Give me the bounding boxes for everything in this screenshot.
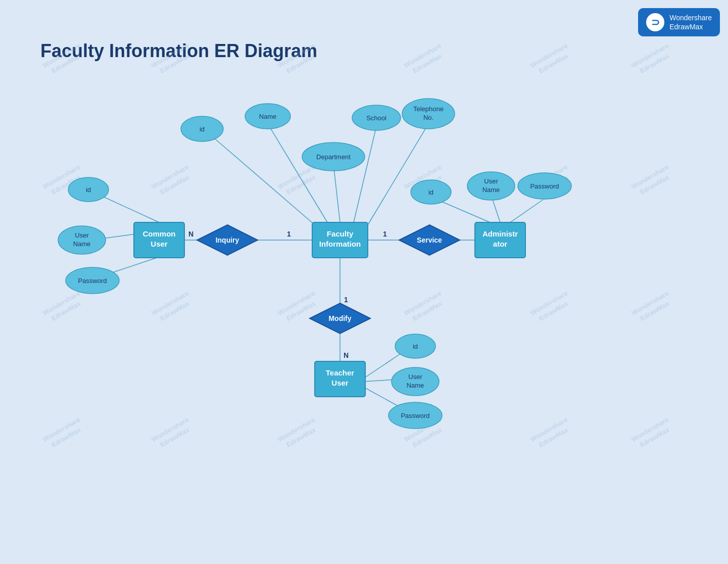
diagram-container: .entity-rect { fill: #3baed4; stroke: #2… xyxy=(0,76,728,556)
svg-line-13 xyxy=(437,200,490,222)
page-title: Faculty Information ER Diagram xyxy=(40,40,317,62)
entity-administrator-line1: Administr xyxy=(482,229,518,238)
attr-adm-username-line1: User xyxy=(484,177,498,185)
logo-area: ⊃ WondershareEdrawMax xyxy=(638,8,720,36)
watermark: WondershareEdrawMax xyxy=(528,41,574,78)
lbl-modify-n: N xyxy=(344,351,349,359)
attr-tu-id: id xyxy=(413,343,418,350)
attr-cu-id: id xyxy=(86,186,91,194)
svg-line-3 xyxy=(354,126,376,222)
attr-fi-tel-line2: No. xyxy=(423,114,433,121)
entity-administrator-line2: ator xyxy=(493,240,508,248)
rel-service: Service xyxy=(417,236,442,244)
attr-fi-school: School xyxy=(366,114,386,122)
entity-teacher-user-line1: Teacher xyxy=(326,368,355,377)
attr-fi-dept: Department xyxy=(316,153,351,161)
attr-fi-id: id xyxy=(200,125,205,133)
attr-tu-username-line2: Name xyxy=(407,382,424,389)
attr-adm-id: id xyxy=(428,189,433,196)
svg-line-2 xyxy=(333,164,340,222)
watermark: WondershareEdrawMax xyxy=(402,41,448,78)
svg-line-0 xyxy=(212,136,315,225)
attr-fi-name: Name xyxy=(259,113,277,120)
attr-tu-username-line1: User xyxy=(408,373,422,381)
svg-line-9 xyxy=(99,195,159,222)
attr-cu-username-line2: Name xyxy=(73,240,91,248)
logo-icon: ⊃ xyxy=(646,13,664,31)
entity-common-user-line1: Common xyxy=(143,229,176,238)
rel-inquiry: Inquiry xyxy=(216,236,239,244)
svg-line-4 xyxy=(368,124,428,225)
watermark: WondershareEdrawMax xyxy=(629,41,675,78)
entity-common-user-line2: User xyxy=(151,240,168,248)
attr-tu-password: Password xyxy=(401,412,429,419)
svg-line-15 xyxy=(510,200,543,222)
lbl-inquiry-1: 1 xyxy=(287,230,291,238)
attr-adm-password: Password xyxy=(530,182,559,190)
svg-line-14 xyxy=(493,200,500,222)
rel-modify: Modify xyxy=(328,314,351,322)
er-diagram-svg: .entity-rect { fill: #3baed4; stroke: #2… xyxy=(0,76,728,531)
lbl-inquiry-n: N xyxy=(188,230,193,238)
svg-line-1 xyxy=(268,124,327,222)
lbl-modify-1: 1 xyxy=(344,296,348,304)
attr-fi-tel-line1: Telephone xyxy=(413,105,444,113)
logo-text: WondershareEdrawMax xyxy=(669,13,712,31)
entity-faculty-info-line1: Faculty xyxy=(327,229,354,238)
attr-cu-password: Password xyxy=(78,277,107,285)
attr-adm-username-line2: Name xyxy=(482,186,500,194)
entity-teacher-user-line2: User xyxy=(331,379,349,387)
lbl-service-1: 1 xyxy=(383,230,387,238)
attr-cu-username-line1: User xyxy=(75,231,89,239)
entity-faculty-info-line2: Information xyxy=(319,240,361,248)
